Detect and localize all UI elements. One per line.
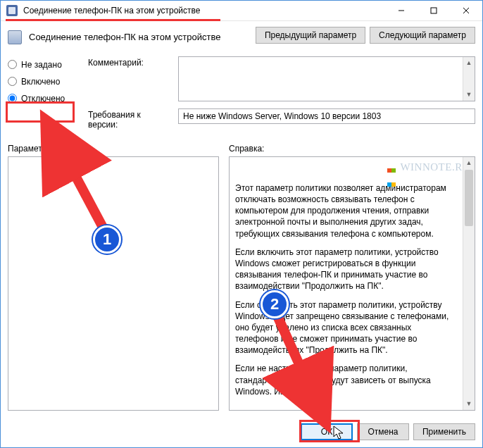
params-column: Параметры: xyxy=(8,144,219,411)
version-row: Требования к версии: Не ниже Windows Ser… xyxy=(88,108,475,130)
minimize-button[interactable] xyxy=(385,1,418,20)
help-p1: Этот параметр политики позволяет админис… xyxy=(235,182,456,239)
content-area: Соединение телефон-ПК на этом устройстве… xyxy=(1,21,482,418)
watermark: WINNOTE.RU xyxy=(387,160,470,174)
header-row: Соединение телефон-ПК на этом устройстве… xyxy=(8,27,475,48)
scroll-up-icon[interactable]: ▲ xyxy=(463,157,475,169)
help-p4: Если не настроить этот параметр политики… xyxy=(235,363,456,397)
state-radio-group: Не задано Включено Отключено xyxy=(8,56,78,137)
nav-buttons: Предыдущий параметр Следующий параметр xyxy=(256,27,475,44)
policy-title: Соединение телефон-ПК на этом устройстве xyxy=(29,32,249,42)
help-scrollbar[interactable]: ▲ ▼ xyxy=(463,157,475,410)
watermark-text: WINNOTE.RU xyxy=(400,160,470,174)
version-label: Требования к версии: xyxy=(88,108,172,130)
right-col: Комментарий: ▲ ▼ Требования к версии: Не… xyxy=(88,56,475,137)
radio-disabled-label: Отключено xyxy=(21,94,65,104)
radio-enabled[interactable]: Включено xyxy=(8,73,78,90)
radio-disabled-input[interactable] xyxy=(8,94,17,103)
policy-editor-window: Соединение телефон-ПК на этом устройстве… xyxy=(0,0,483,448)
radio-enabled-input[interactable] xyxy=(8,77,17,86)
comment-textarea[interactable]: ▲ ▼ xyxy=(178,56,475,101)
prev-setting-button[interactable]: Предыдущий параметр xyxy=(256,27,365,44)
apply-button[interactable]: Применить xyxy=(413,423,475,440)
dialog-footer: ОК Отмена Применить xyxy=(1,418,482,447)
help-text: Этот параметр политики позволяет админис… xyxy=(235,163,469,397)
titlebar: Соединение телефон-ПК на этом устройстве xyxy=(1,1,482,21)
radio-not-configured[interactable]: Не задано xyxy=(8,56,78,73)
help-column: Справка: WINNOTE.RU Этот параметр полити… xyxy=(229,144,475,411)
app-icon xyxy=(6,5,18,16)
maximize-button[interactable] xyxy=(418,1,450,20)
cancel-button[interactable]: Отмена xyxy=(357,423,409,440)
top-area: Не задано Включено Отключено Комментарий… xyxy=(8,56,475,137)
help-p3: Если отключить этот параметр политики, у… xyxy=(235,299,456,356)
scroll-down-icon[interactable]: ▼ xyxy=(463,89,475,101)
mouse-cursor-icon xyxy=(333,425,346,441)
comment-row: Комментарий: ▲ ▼ xyxy=(88,56,475,101)
radio-not-configured-input[interactable] xyxy=(8,60,17,69)
radio-enabled-label: Включено xyxy=(21,77,60,87)
next-setting-button[interactable]: Следующий параметр xyxy=(370,27,475,44)
close-button[interactable] xyxy=(450,1,482,20)
radio-not-configured-label: Не задано xyxy=(21,60,62,70)
window-title: Соединение телефон-ПК на этом устройстве xyxy=(23,6,385,15)
windows-flag-icon xyxy=(387,162,397,172)
comment-label: Комментарий: xyxy=(88,56,172,68)
params-label: Параметры: xyxy=(8,144,219,154)
version-value: Не ниже Windows Server, Windows 10 верси… xyxy=(178,108,475,124)
scroll-up-icon[interactable]: ▲ xyxy=(463,57,475,69)
help-p2: Если включить этот параметр политики, ус… xyxy=(235,247,456,292)
help-label: Справка: xyxy=(229,144,475,154)
help-panel: WINNOTE.RU Этот параметр политики позвол… xyxy=(229,156,475,411)
comment-scrollbar[interactable]: ▲ ▼ xyxy=(463,57,475,101)
lower-area: Параметры: Справка: WINNOTE.RU Этот пара… xyxy=(8,144,475,411)
params-panel xyxy=(8,156,219,411)
svg-rect-1 xyxy=(431,8,437,13)
policy-icon xyxy=(8,30,22,44)
scroll-down-icon[interactable]: ▼ xyxy=(463,398,475,410)
radio-disabled[interactable]: Отключено xyxy=(8,90,78,107)
scroll-thumb[interactable] xyxy=(465,170,473,226)
window-controls xyxy=(385,1,482,20)
